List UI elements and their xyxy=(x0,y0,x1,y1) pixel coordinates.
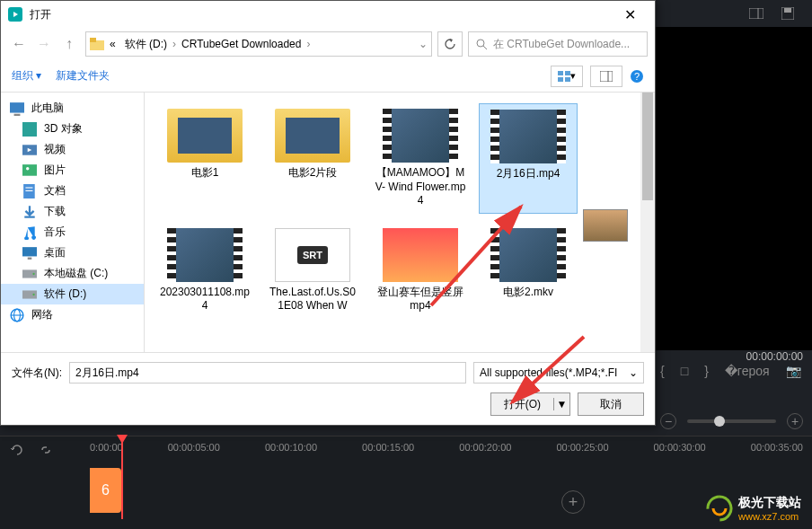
layout-icon[interactable] xyxy=(749,8,763,19)
file-label: 电影2片段 xyxy=(288,166,338,181)
open-dropdown-icon[interactable]: ▼ xyxy=(553,398,569,410)
chevron-down-icon: ⌄ xyxy=(629,366,638,379)
file-label: 2月16日.mp4 xyxy=(497,167,560,181)
file-item[interactable]: 2月16日.mp4 xyxy=(479,103,578,214)
brace-open-icon[interactable]: { xyxy=(660,364,665,378)
sidebar-item-doc[interactable]: 文档 xyxy=(1,181,144,201)
file-item[interactable]: 电影2.mkv xyxy=(479,223,578,319)
camera-icon[interactable]: 📷 xyxy=(786,364,801,378)
refresh-button[interactable] xyxy=(437,31,463,57)
cancel-button[interactable]: 取消 xyxy=(578,392,644,416)
display-icon[interactable]: �героя xyxy=(725,364,770,378)
scrollbar-vertical[interactable] xyxy=(640,93,655,352)
new-folder-button[interactable]: 新建文件夹 xyxy=(56,68,110,84)
stop-icon[interactable]: □ xyxy=(681,364,688,378)
redo-icon[interactable] xyxy=(9,442,25,458)
disk-icon xyxy=(22,267,37,281)
svg-rect-18 xyxy=(14,113,21,115)
svg-rect-25 xyxy=(25,187,32,188)
svg-rect-9 xyxy=(558,71,563,75)
up-button[interactable]: ↑ xyxy=(58,33,80,55)
folder-icon xyxy=(90,38,104,50)
preview-pane-button[interactable] xyxy=(590,66,622,87)
forward-button[interactable]: → xyxy=(33,33,55,55)
tick: 00:00:35:00 xyxy=(751,442,803,453)
image-icon xyxy=(22,163,37,178)
dialog-footer: 文件名(N): All supported files(*.MP4;*.FI⌄ … xyxy=(1,352,655,425)
sidebar-label: 音乐 xyxy=(44,225,66,240)
svg-rect-27 xyxy=(22,247,37,256)
zoom-out-icon[interactable]: − xyxy=(660,413,676,429)
organize-button[interactable]: 组织 ▾ xyxy=(12,68,41,84)
path-folder[interactable]: CRTubeGet Downloaded xyxy=(178,36,304,52)
open-button[interactable]: 打开(O) ▼ xyxy=(490,392,570,416)
svg-rect-19 xyxy=(22,122,37,137)
file-open-dialog: 打开 ✕ ← → ↑ « 软件 (D:) › CRTubeGet Downloa… xyxy=(0,0,656,426)
download-icon xyxy=(22,205,37,219)
svg-marker-4 xyxy=(13,12,18,17)
timeline-clip[interactable]: 6 xyxy=(90,468,121,513)
sidebar-item-image[interactable]: 图片 xyxy=(1,160,144,181)
sidebar-label: 此电脑 xyxy=(31,101,64,116)
sidebar-item-video[interactable]: 视频 xyxy=(1,139,144,160)
help-icon[interactable]: ? xyxy=(630,69,644,84)
sidebar-item-disk[interactable]: 本地磁盘 (C:) xyxy=(1,263,144,284)
svg-rect-22 xyxy=(22,164,37,176)
timeline-ruler[interactable]: 0:00:00 00:00:05:00 00:00:10:00 00:00:15… xyxy=(90,442,803,453)
sidebar-item-net[interactable]: 网络 xyxy=(1,304,144,325)
svg-text:?: ? xyxy=(634,71,640,82)
file-item[interactable]: 电影2片段 xyxy=(263,103,362,214)
sidebar-item-music[interactable]: 音乐 xyxy=(1,222,144,242)
watermark-logo-icon xyxy=(706,495,733,522)
watermark-url: www.xz7.com xyxy=(738,511,801,522)
editor-titlebar-icons xyxy=(659,0,812,27)
timeline: 0:00:00 00:00:05:00 00:00:10:00 00:00:15… xyxy=(0,436,812,529)
sidebar-label: 下载 xyxy=(44,204,66,219)
sidebar-item-3d[interactable]: 3D 对象 xyxy=(1,119,144,139)
svg-line-8 xyxy=(483,46,487,49)
sidebar-item-pc[interactable]: 此电脑 xyxy=(1,98,144,119)
filetype-filter[interactable]: All supported files(*.MP4;*.FI⌄ xyxy=(473,362,644,384)
path-glyph[interactable]: « xyxy=(106,36,119,52)
sidebar-label: 3D 对象 xyxy=(44,121,83,137)
music-icon xyxy=(22,225,37,240)
file-item[interactable]: 【MAMAMOO】MV- Wind Flower.mp4 xyxy=(371,103,470,214)
file-item[interactable]: 登山赛车但是竖屏 mp4 xyxy=(371,223,470,319)
zoom-slider-thumb[interactable] xyxy=(714,416,725,427)
file-item[interactable]: SRTThe.Last.of.Us.S01E08 When W xyxy=(263,223,362,319)
sidebar-item-desktop[interactable]: 桌面 xyxy=(1,242,144,263)
path-drive[interactable]: 软件 (D:) xyxy=(121,35,171,54)
svg-point-32 xyxy=(32,293,34,295)
playhead[interactable] xyxy=(121,438,123,519)
link-icon[interactable] xyxy=(38,442,54,458)
svg-rect-0 xyxy=(749,8,763,19)
zoom-slider[interactable] xyxy=(687,419,776,423)
sidebar-item-disk[interactable]: 软件 (D:) xyxy=(1,284,144,304)
filename-input[interactable] xyxy=(69,362,466,384)
view-mode-button[interactable]: ▾ xyxy=(551,66,583,87)
disk-icon xyxy=(22,287,37,302)
sidebar-item-download[interactable]: 下载 xyxy=(1,201,144,222)
tick: 00:00:10:00 xyxy=(265,442,317,453)
file-item[interactable]: 电影1 xyxy=(155,103,254,214)
zoom-in-icon[interactable]: + xyxy=(787,413,803,429)
file-label: 登山赛车但是竖屏 mp4 xyxy=(375,286,466,313)
timeline-tools xyxy=(9,442,54,458)
brace-close-icon[interactable]: } xyxy=(704,364,709,378)
chevron-right-icon: › xyxy=(172,38,176,50)
save-layout-icon[interactable] xyxy=(781,7,794,20)
video-thumbnail xyxy=(383,109,458,163)
back-button[interactable]: ← xyxy=(8,33,30,55)
svg-rect-17 xyxy=(10,102,24,112)
preview-viewport xyxy=(656,27,812,350)
add-track-button[interactable]: + xyxy=(561,490,585,514)
chevron-down-icon[interactable]: ⌄ xyxy=(419,38,428,50)
search-input[interactable]: 在 CRTubeGet Downloade... xyxy=(468,31,648,57)
search-placeholder: 在 CRTubeGet Downloade... xyxy=(493,37,630,52)
path-breadcrumb[interactable]: « 软件 (D:) › CRTubeGet Downloaded › ⌄ xyxy=(85,31,432,57)
close-button[interactable]: ✕ xyxy=(612,2,648,27)
file-item[interactable]: 202303011108.mp4 xyxy=(155,223,254,319)
file-label: The.Last.of.Us.S01E08 When W xyxy=(267,286,358,313)
tick: 00:00:30:00 xyxy=(654,442,706,453)
scrollbar-thumb[interactable] xyxy=(642,93,653,200)
